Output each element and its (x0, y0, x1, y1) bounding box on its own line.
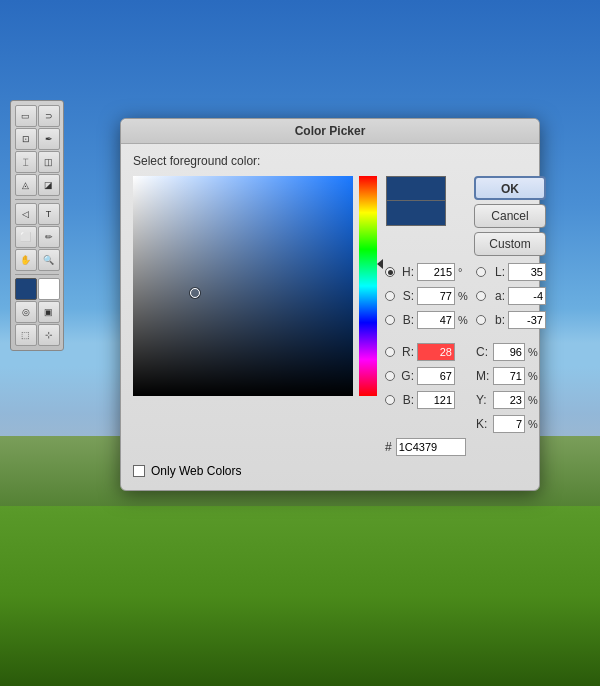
toolbar-row-4: ◬ ◪ (15, 174, 60, 196)
hue-gradient (359, 176, 377, 396)
swatch-buttons-row: ! OK Cancel Custom (385, 176, 546, 262)
tool-foreground-color[interactable] (15, 278, 37, 300)
hex-hash: # (385, 440, 392, 454)
input-c[interactable] (493, 343, 525, 361)
ok-button[interactable]: OK (474, 176, 546, 200)
field-row-a: a: (476, 286, 546, 306)
params-area: ! OK Cancel Custom (385, 176, 546, 456)
tool-paint-bucket[interactable]: ◬ (15, 174, 37, 196)
label-h: H: (398, 265, 414, 279)
unit-y: % (528, 394, 540, 406)
tool-brush[interactable]: ⌶ (15, 151, 37, 173)
radio-s[interactable] (385, 291, 395, 301)
label-b: B: (398, 313, 414, 327)
unit-b: % (458, 314, 470, 326)
tool-hand[interactable]: ✋ (15, 249, 37, 271)
tool-gradient[interactable]: ◪ (38, 174, 60, 196)
tool-imageready[interactable]: ⬚ (15, 324, 37, 346)
tool-background-color[interactable] (38, 278, 60, 300)
radio-bl[interactable] (385, 395, 395, 405)
input-m[interactable] (493, 367, 525, 385)
field-row-m: M: % (476, 366, 546, 386)
toolbar-row-3: ⌶ ◫ (15, 151, 60, 173)
label-l: L: (489, 265, 505, 279)
input-s[interactable] (417, 287, 455, 305)
label-r: R: (398, 345, 414, 359)
tool-path[interactable]: ◁ (15, 203, 37, 225)
field-row-bl: B: (385, 390, 470, 410)
cancel-button[interactable]: Cancel (474, 204, 546, 228)
input-y[interactable] (493, 391, 525, 409)
toolbar-row-9: ⬚ ⊹ (15, 324, 60, 346)
unit-k: % (528, 418, 540, 430)
dialog-label: Select foreground color: (133, 154, 527, 168)
buttons-col: OK Cancel Custom (474, 176, 546, 256)
input-r[interactable] (417, 343, 455, 361)
toolbar-divider-2 (15, 274, 59, 275)
input-g[interactable] (417, 367, 455, 385)
unit-h: ° (458, 266, 462, 278)
tool-marquee[interactable]: ▭ (15, 105, 37, 127)
toolbar-divider-1 (15, 199, 59, 200)
dialog-title: Color Picker (295, 124, 366, 138)
hex-input[interactable] (396, 438, 466, 456)
radio-b[interactable] (385, 315, 395, 325)
radio-b2[interactable] (476, 315, 486, 325)
field-row-s: S: % (385, 286, 470, 306)
field-row-l: L: (476, 262, 546, 282)
label-s: S: (398, 289, 414, 303)
tool-eraser[interactable]: ◫ (38, 151, 60, 173)
field-row-h: H: ° (385, 262, 470, 282)
inner-layout: ! OK Cancel Custom (133, 176, 527, 456)
label-bl: B: (398, 393, 414, 407)
tool-screenmodes[interactable]: ▣ (38, 301, 60, 323)
color-picker-dialog: Color Picker Select foreground color: (120, 118, 540, 491)
input-h[interactable] (417, 263, 455, 281)
toolbar-row-1: ▭ ⊃ (15, 105, 60, 127)
web-colors-checkbox[interactable] (133, 465, 145, 477)
web-colors-row: Only Web Colors (133, 464, 527, 478)
radio-r[interactable] (385, 347, 395, 357)
label-y: Y: (476, 393, 490, 407)
custom-button[interactable]: Custom (474, 232, 546, 256)
tool-text[interactable]: T (38, 203, 60, 225)
color-swatch-old (386, 200, 446, 226)
picker-area (133, 176, 377, 456)
tool-pen[interactable]: ✏ (38, 226, 60, 248)
tool-lasso[interactable]: ⊃ (38, 105, 60, 127)
tool-eyedropper[interactable]: ✒ (38, 128, 60, 150)
label-b2: b: (489, 313, 505, 327)
dialog-body: Select foreground color: (121, 144, 539, 490)
color-swatch-new (386, 176, 446, 201)
toolbar-row-5: ◁ T (15, 203, 60, 225)
label-a: a: (489, 289, 505, 303)
tool-zoom[interactable]: 🔍 (38, 249, 60, 271)
input-b[interactable] (417, 311, 455, 329)
tool-crop[interactable]: ⊡ (15, 128, 37, 150)
field-row-b: B: % (385, 310, 470, 330)
color-field[interactable] (133, 176, 353, 396)
radio-g[interactable] (385, 371, 395, 381)
toolbar-row-2: ⊡ ✒ (15, 128, 60, 150)
field-row-k: K: % (476, 414, 546, 434)
hue-slider[interactable] (359, 176, 377, 396)
radio-h[interactable] (385, 267, 395, 277)
toolbar-row-6: ⬜ ✏ (15, 226, 60, 248)
hue-arrow (377, 259, 383, 269)
input-b2[interactable] (508, 311, 546, 329)
input-k[interactable] (493, 415, 525, 433)
web-colors-label: Only Web Colors (151, 464, 241, 478)
tool-extra[interactable]: ⊹ (38, 324, 60, 346)
field-row-g: G: (385, 366, 470, 386)
color-gradient (133, 176, 353, 396)
label-g: G: (398, 369, 414, 383)
tool-shape[interactable]: ⬜ (15, 226, 37, 248)
input-l[interactable] (508, 263, 546, 281)
radio-l[interactable] (476, 267, 486, 277)
radio-a[interactable] (476, 291, 486, 301)
hex-row: # (385, 438, 546, 456)
label-c: C: (476, 345, 490, 359)
input-a[interactable] (508, 287, 546, 305)
tool-quickmask[interactable]: ◎ (15, 301, 37, 323)
input-bl[interactable] (417, 391, 455, 409)
